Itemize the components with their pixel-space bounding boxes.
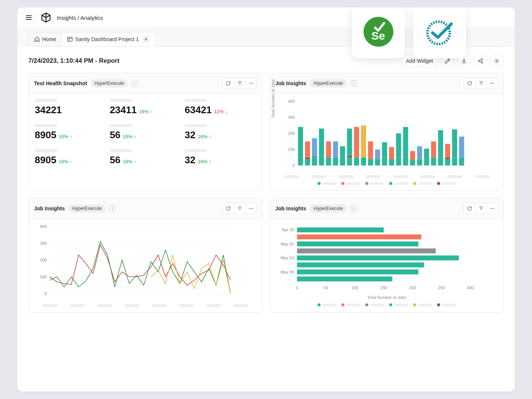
legend-item [341, 303, 360, 306]
svg-rect-61 [424, 160, 429, 166]
refresh-icon [226, 81, 231, 86]
svg-rect-99 [297, 269, 418, 274]
svg-rect-31 [319, 129, 324, 156]
svg-point-14 [252, 83, 253, 84]
svg-rect-39 [347, 156, 352, 157]
svg-text:300: 300 [40, 241, 47, 245]
settings-button[interactable] [490, 54, 504, 68]
metric-delta: 16% ↑ [198, 159, 211, 164]
metric-cell: 34221 [35, 99, 106, 116]
refresh-button[interactable] [223, 78, 234, 89]
metric-value: 34221 [35, 104, 62, 116]
svg-rect-33 [326, 142, 331, 158]
svg-rect-96 [297, 256, 459, 260]
svg-rect-32 [326, 158, 331, 166]
info-icon[interactable]: i [350, 80, 357, 87]
svg-rect-54 [396, 133, 401, 158]
tab-home-label: Home [42, 36, 56, 42]
svg-rect-36 [340, 159, 345, 166]
svg-rect-35 [333, 142, 338, 158]
selenium-card: Se [352, 7, 405, 58]
more-icon [248, 206, 254, 211]
filter-icon [479, 206, 484, 211]
more-button[interactable] [245, 203, 256, 214]
metric-cell: 5616% ↑ [110, 124, 181, 141]
more-button[interactable] [245, 78, 256, 89]
card-badge: HyperExecute [310, 204, 347, 213]
tab-close-button[interactable]: ✕ [143, 36, 149, 43]
svg-rect-63 [431, 158, 436, 166]
legend-item [318, 303, 336, 306]
info-icon[interactable]: i [132, 80, 138, 87]
legend-item [365, 182, 384, 185]
svg-rect-73 [459, 137, 464, 158]
card-badge: HyperExecute [310, 79, 347, 87]
svg-text:Se: Se [371, 30, 385, 42]
card-title: Job Insights [275, 205, 306, 211]
app-logo [40, 11, 52, 24]
refresh-button[interactable] [223, 203, 234, 214]
download-icon [461, 58, 467, 64]
info-icon[interactable]: i [109, 205, 116, 212]
refresh-icon [467, 81, 472, 86]
tab-home[interactable]: Home [29, 33, 62, 46]
svg-point-74 [249, 208, 250, 209]
more-icon [248, 81, 254, 86]
svg-text:200: 200 [409, 285, 416, 290]
gear-icon [494, 58, 500, 64]
svg-rect-56 [403, 127, 408, 158]
svg-rect-28 [312, 156, 317, 166]
card-badge: HyperExecute [68, 204, 105, 213]
legend-item [437, 303, 456, 306]
hamburger-icon [26, 15, 32, 20]
svg-rect-27 [305, 142, 310, 158]
svg-rect-72 [459, 158, 464, 166]
more-button[interactable] [486, 78, 498, 89]
metric-delta: 16% ↑ [123, 134, 136, 139]
legend-item [389, 303, 408, 306]
filter-button[interactable] [234, 78, 245, 89]
svg-rect-40 [347, 129, 352, 156]
legend-item [318, 182, 336, 185]
svg-rect-65 [438, 158, 443, 166]
legend-item [437, 182, 456, 185]
svg-point-8 [481, 62, 483, 63]
metric-cell: 6342112% ↓ [185, 99, 256, 116]
tab-dashboard[interactable]: Sanity Dashboard Project 1 ✕ [62, 33, 154, 46]
svg-text:0: 0 [44, 291, 47, 296]
svg-text:100: 100 [288, 147, 295, 152]
svg-rect-90 [297, 228, 384, 232]
svg-rect-48 [375, 149, 380, 159]
metric-delta: 16% ↑ [59, 134, 72, 139]
horizontal-bar-chart: Apr 29May 01May 03May 050501001502002503… [276, 224, 474, 291]
card-title: Test Health Snapshot [34, 80, 87, 86]
svg-rect-98 [297, 263, 424, 267]
svg-rect-66 [438, 130, 443, 157]
svg-rect-44 [361, 126, 366, 158]
svg-rect-64 [431, 142, 436, 158]
share-button[interactable] [474, 54, 487, 68]
svg-rect-52 [389, 147, 394, 159]
filter-button[interactable] [234, 203, 245, 214]
tab-dashboard-label: Sanity Dashboard Project 1 [75, 36, 139, 42]
filter-button[interactable] [475, 78, 486, 89]
svg-point-75 [250, 208, 251, 209]
info-icon[interactable]: i [350, 205, 357, 212]
refresh-button[interactable] [464, 203, 475, 214]
svg-point-11 [496, 60, 498, 62]
svg-text:300: 300 [288, 115, 295, 120]
line-chart: 0100200300400 [35, 224, 233, 299]
svg-rect-50 [382, 142, 387, 158]
refresh-icon [226, 206, 231, 211]
filter-button[interactable] [475, 203, 486, 214]
legend-item [389, 182, 408, 185]
menu-button[interactable] [22, 11, 35, 24]
svg-rect-55 [403, 158, 408, 166]
refresh-button[interactable] [464, 78, 475, 89]
floating-integration-cards: Se [352, 7, 466, 58]
legend-item [413, 182, 432, 185]
filter-icon [479, 81, 484, 86]
svg-rect-59 [417, 159, 422, 166]
more-button[interactable] [486, 203, 498, 214]
metric-value: 32 [185, 129, 195, 141]
